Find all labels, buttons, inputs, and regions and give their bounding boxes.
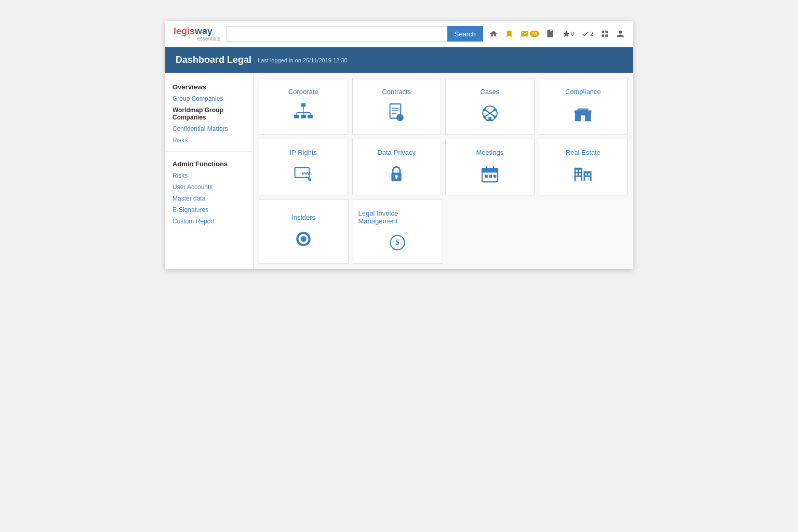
svg-point-54 <box>301 236 307 242</box>
search-button[interactable]: Search <box>447 26 483 42</box>
svg-text:S: S <box>395 238 400 246</box>
insiders-icon <box>292 228 315 250</box>
svg-point-18 <box>483 108 486 111</box>
card-data-privacy-title: Data Privacy <box>377 149 416 156</box>
sidebar-overviews-title: Overviews <box>165 80 253 93</box>
card-cases-title: Cases <box>480 88 499 96</box>
book-icon[interactable] <box>547 30 555 38</box>
svg-rect-51 <box>585 177 590 181</box>
logo-sub: essentials <box>174 36 220 42</box>
svg-rect-34 <box>396 177 397 179</box>
card-data-privacy[interactable]: Data Privacy <box>352 139 442 195</box>
sidebar: Overviews Group Companies Worldmap Group… <box>165 73 254 269</box>
sidebar-item-e-signatures[interactable]: E-Signatures <box>165 204 253 216</box>
card-legal-invoice-title: Legal Invoice Management <box>358 209 437 225</box>
svg-rect-50 <box>589 174 590 176</box>
bookmark-icon[interactable] <box>505 30 513 38</box>
svg-rect-28 <box>575 111 592 113</box>
app-container: legisway essentials Search 25 <box>165 21 633 269</box>
svg-rect-23 <box>486 119 494 121</box>
svg-rect-41 <box>494 175 497 178</box>
sidebar-item-confidential[interactable]: Confidential Matters <box>165 123 253 135</box>
sidebar-item-risks-overview[interactable]: Risks <box>165 135 253 146</box>
svg-point-19 <box>494 115 497 118</box>
logo-way: way <box>195 26 212 36</box>
svg-rect-3 <box>308 115 313 118</box>
sidebar-item-master-data[interactable]: Master data <box>165 193 253 204</box>
card-insiders[interactable]: Insiders <box>259 200 349 264</box>
card-compliance-title: Compliance <box>565 88 601 96</box>
card-real-estate[interactable]: Real Estate <box>539 139 628 195</box>
sidebar-item-user-accounts[interactable]: User Accounts <box>165 181 253 193</box>
compliance-icon <box>571 102 594 125</box>
card-compliance[interactable]: Compliance <box>539 78 628 135</box>
logo-legis: legis <box>174 26 195 36</box>
inbox-badge: 25 <box>530 31 539 37</box>
dashboard-subtitle: Last logged in on 26/11/2019 12:30 <box>258 57 347 63</box>
logo: legisway essentials <box>174 26 220 42</box>
header: legisway essentials Search 25 <box>165 21 633 47</box>
header-icons: 25 0 2 <box>489 30 624 38</box>
card-ip-rights[interactable]: IP Rights www. <box>259 139 348 195</box>
contracts-icon: ✓ <box>385 102 408 125</box>
sidebar-item-worldmap[interactable]: Worldmap Group Companies <box>165 104 253 123</box>
card-corporate-title: Corporate <box>288 88 318 96</box>
svg-rect-40 <box>489 175 492 178</box>
star-icon[interactable]: 0 <box>562 30 574 38</box>
svg-rect-2 <box>301 115 306 118</box>
check-icon[interactable]: 2 <box>581 30 593 38</box>
sidebar-item-risks-admin[interactable]: Risks <box>165 170 253 181</box>
inbox-icon[interactable]: 25 <box>521 30 539 38</box>
main-content: Overviews Group Companies Worldmap Group… <box>165 73 633 269</box>
card-corporate[interactable]: Corporate <box>259 78 348 135</box>
card-insiders-title: Insiders <box>291 214 315 221</box>
svg-rect-45 <box>579 170 581 172</box>
svg-rect-1 <box>294 115 299 118</box>
star-count: 0 <box>571 31 574 37</box>
card-legal-invoice[interactable]: Legal Invoice Management S <box>353 200 443 264</box>
search-bar: Search <box>227 26 483 42</box>
svg-rect-0 <box>301 103 305 107</box>
svg-rect-27 <box>581 115 585 121</box>
svg-rect-39 <box>485 175 488 178</box>
grid-row-2: IP Rights www. Data Privacy <box>259 139 628 195</box>
dashboard-bar: Dashboard Legal Last logged in on 26/11/… <box>165 47 633 73</box>
card-meetings[interactable]: Meetings <box>445 139 535 195</box>
svg-rect-47 <box>579 174 581 176</box>
svg-rect-44 <box>576 170 578 172</box>
cases-icon <box>478 102 501 125</box>
card-meetings-title: Meetings <box>476 149 503 156</box>
grid-icon[interactable] <box>601 30 609 38</box>
svg-rect-48 <box>576 177 581 181</box>
dashboard-title: Dashboard Legal <box>176 55 251 65</box>
data-privacy-icon <box>385 163 408 185</box>
search-input[interactable] <box>227 26 447 42</box>
card-cases[interactable]: Cases <box>445 78 535 135</box>
sidebar-item-custom-report[interactable]: Custom Report <box>165 216 253 227</box>
card-contracts-title: Contracts <box>382 88 411 96</box>
svg-rect-49 <box>585 174 587 176</box>
card-ip-rights-title: IP Rights <box>289 149 317 156</box>
real-estate-icon <box>571 163 594 185</box>
card-empty-1 <box>446 200 535 264</box>
user-icon[interactable] <box>616 30 624 38</box>
svg-text:www.: www. <box>302 170 313 176</box>
svg-rect-36 <box>482 168 498 172</box>
card-real-estate-title: Real Estate <box>566 149 601 156</box>
sidebar-admin-title: Admin Functions <box>165 157 253 170</box>
corporate-icon <box>292 102 315 125</box>
meetings-icon <box>478 163 501 185</box>
home-icon[interactable] <box>489 30 498 38</box>
legal-invoice-icon: S <box>386 231 409 254</box>
check-count: 2 <box>590 31 593 37</box>
grid-row-3: Insiders Legal Invoice Management S <box>259 200 628 264</box>
card-contracts[interactable]: Contracts ✓ <box>352 78 442 135</box>
sidebar-divider <box>165 151 253 152</box>
card-empty-2 <box>539 200 628 264</box>
svg-point-20 <box>483 115 486 118</box>
grid-row-1: Corporate Contracts <box>259 78 628 135</box>
sidebar-item-group-companies[interactable]: Group Companies <box>165 93 253 104</box>
dashboard-grid: Corporate Contracts <box>254 73 633 269</box>
svg-point-21 <box>494 108 497 111</box>
svg-rect-46 <box>576 174 578 176</box>
